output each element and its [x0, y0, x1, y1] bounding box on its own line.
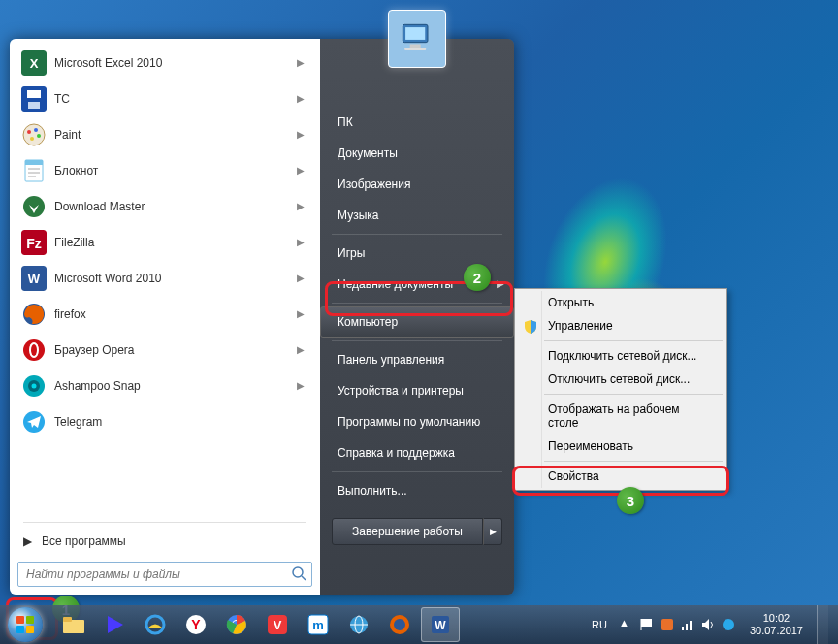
clock-time: 10:02: [750, 612, 803, 625]
search-icon[interactable]: [291, 565, 306, 585]
svg-text:Y: Y: [191, 617, 201, 632]
right-item-pics[interactable]: Изображения: [320, 169, 514, 200]
right-item-computer[interactable]: Компьютер: [320, 306, 514, 338]
start-menu: XMicrosoft Excel 2010▶TC▶Paint▶Блокнот▶D…: [10, 39, 514, 595]
svg-rect-63: [682, 627, 684, 630]
notepad-icon: [19, 156, 48, 185]
right-item-music[interactable]: Музыка: [320, 200, 514, 231]
app-tray-icon-2[interactable]: [721, 617, 736, 632]
context-item-label: Управление: [548, 319, 613, 333]
program-item-dm[interactable]: Download Master▶: [16, 188, 314, 224]
show-desktop-button[interactable]: [817, 605, 828, 644]
program-item-notepad[interactable]: Блокнот▶: [16, 152, 314, 188]
right-item-label: Панель управления: [338, 353, 444, 367]
taskbar-app-word[interactable]: W: [421, 607, 460, 642]
program-item-word[interactable]: WMicrosoft Word 2010▶: [16, 260, 314, 296]
taskbar-app-firefox[interactable]: [380, 607, 419, 642]
right-item-help[interactable]: Справка и поддержка: [320, 437, 514, 468]
program-item-paint[interactable]: Paint▶: [16, 116, 314, 152]
network-icon[interactable]: [680, 617, 695, 632]
separator: [544, 394, 723, 395]
chevron-right-icon: ▶: [297, 165, 305, 176]
svg-rect-65: [690, 621, 692, 630]
program-label: Paint: [54, 128, 297, 142]
context-item-label: Подключить сетевой диск...: [548, 349, 696, 363]
right-item-label: Программы по умолчанию: [338, 415, 480, 429]
context-item[interactable]: Подключить сетевой диск...: [517, 344, 725, 368]
chevron-right-icon: ▶: [23, 534, 32, 548]
svg-rect-64: [686, 624, 688, 630]
user-picture-frame[interactable]: [388, 10, 446, 68]
separator: [332, 234, 502, 235]
right-item-label: Компьютер: [338, 315, 398, 329]
folder-icon: [61, 614, 86, 635]
program-item-filezilla[interactable]: FzFileZilla▶: [16, 224, 314, 260]
chevron-right-icon: ▶: [297, 93, 305, 104]
context-item-label: Отключить сетевой диск...: [548, 372, 690, 386]
right-item-cpanel[interactable]: Панель управления: [320, 344, 514, 375]
program-label: Download Master: [54, 200, 297, 213]
taskbar-app-media[interactable]: [95, 607, 134, 642]
svg-text:W: W: [28, 272, 41, 286]
tray-chevron-icon[interactable]: ▲: [619, 617, 634, 632]
chevron-right-icon: ▶: [497, 278, 504, 289]
taskbar-app-ie[interactable]: [136, 607, 175, 642]
shutdown-button[interactable]: Завершение работы: [332, 518, 483, 545]
svg-rect-11: [25, 160, 43, 165]
chevron-right-icon: ▶: [297, 57, 305, 68]
context-item[interactable]: Отображать на рабочем столе: [517, 398, 725, 435]
svg-point-15: [23, 196, 45, 217]
svg-rect-60: [641, 619, 652, 627]
right-item-defaults[interactable]: Программы по умолчанию: [320, 406, 514, 437]
taskbar-app-vivaldi[interactable]: V: [258, 607, 297, 642]
chevron-right-icon: ▶: [297, 380, 305, 391]
computer-icon: [396, 17, 438, 60]
language-indicator[interactable]: RU: [588, 617, 611, 632]
program-item-firefox[interactable]: firefox▶: [16, 296, 314, 332]
right-item-user[interactable]: ПК: [320, 107, 514, 138]
svg-rect-34: [410, 45, 421, 48]
search-input[interactable]: [17, 562, 312, 587]
vivaldi-icon: V: [266, 613, 289, 636]
program-item-floppy[interactable]: TC▶: [16, 80, 314, 116]
program-item-opera[interactable]: Браузер Opera▶: [16, 332, 314, 368]
right-item-games[interactable]: Игры: [320, 238, 514, 269]
flag-icon[interactable]: [639, 617, 655, 632]
taskbar-app-browser[interactable]: [339, 607, 378, 642]
svg-text:m: m: [312, 618, 324, 632]
context-item[interactable]: Отключить сетевой диск...: [517, 368, 725, 391]
program-label: Блокнот: [54, 164, 297, 177]
program-item-telegram[interactable]: Telegram: [16, 403, 314, 439]
context-item[interactable]: Открыть: [517, 291, 725, 314]
right-item-label: Документы: [338, 146, 398, 160]
right-item-docs[interactable]: Документы: [320, 138, 514, 169]
callout-badge-2: 2: [464, 264, 491, 291]
separator: [332, 340, 502, 341]
context-item[interactable]: Свойства: [517, 465, 725, 488]
start-button[interactable]: [4, 607, 47, 642]
svg-rect-38: [16, 626, 24, 633]
shutdown-menu-arrow[interactable]: ▶: [483, 518, 502, 545]
program-item-snap[interactable]: Ashampoo Snap▶: [16, 368, 314, 403]
right-item-run[interactable]: Выполнить...: [320, 475, 514, 506]
tray-icons: ▲: [619, 617, 736, 632]
svg-rect-36: [16, 616, 24, 624]
app-tray-icon[interactable]: [660, 617, 675, 632]
taskbar-app-chrome[interactable]: [217, 607, 256, 642]
volume-icon[interactable]: [700, 617, 716, 632]
program-label: Браузер Opera: [54, 343, 297, 357]
svg-text:X: X: [30, 56, 39, 71]
taskbar-app-yandex[interactable]: Y: [177, 607, 215, 642]
taskbar-app-explorer[interactable]: [54, 607, 93, 642]
all-programs-button[interactable]: ▶ Все программы: [16, 527, 314, 556]
separator: [332, 471, 502, 472]
taskbar-app-maxthon[interactable]: m: [299, 607, 338, 642]
search-box: [17, 562, 312, 587]
program-item-excel[interactable]: XMicrosoft Excel 2010▶: [16, 45, 314, 80]
clock[interactable]: 10:02 30.07.2017: [744, 612, 809, 637]
right-item-label: Изображения: [338, 177, 410, 191]
context-item[interactable]: Управление: [517, 314, 725, 338]
right-item-devices[interactable]: Устройства и принтеры: [320, 375, 514, 406]
svg-point-27: [32, 383, 37, 388]
context-item[interactable]: Переименовать: [517, 435, 725, 458]
